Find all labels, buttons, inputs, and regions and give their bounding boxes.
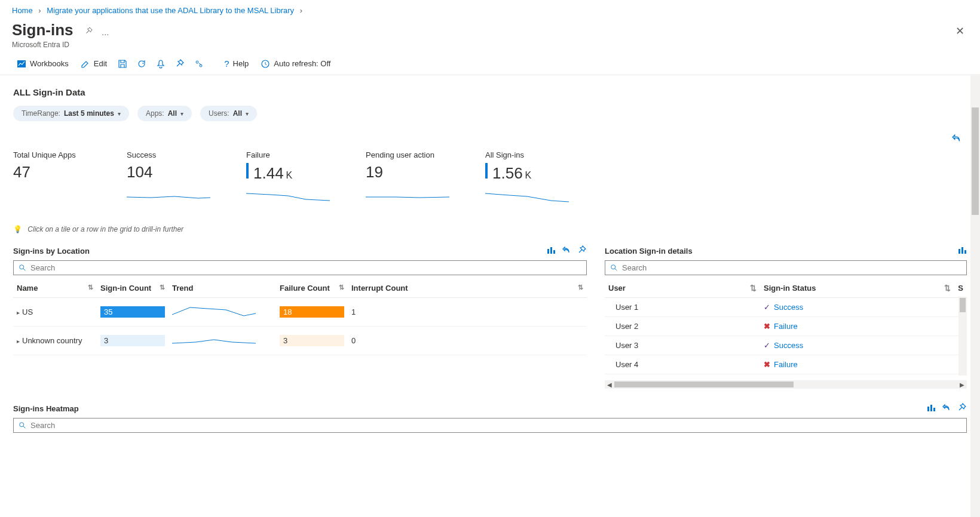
- details-search-input[interactable]: [622, 263, 961, 272]
- scrollbar[interactable]: [958, 297, 967, 376]
- filter-timerange[interactable]: TimeRange: Last 5 minutes ▾: [13, 106, 129, 121]
- cell-user: User 1: [605, 298, 760, 317]
- refresh-icon[interactable]: [133, 57, 150, 71]
- tile-success[interactable]: Success 104: [127, 150, 210, 207]
- section-title: ALL Sign-in Data: [13, 87, 967, 97]
- chevron-down-icon: ▾: [180, 110, 183, 117]
- svg-rect-10: [961, 247, 963, 254]
- svg-rect-11: [964, 250, 966, 254]
- edit-button[interactable]: Edit: [76, 57, 112, 71]
- cell-status: ✓ Success: [760, 298, 954, 317]
- heatmap-search[interactable]: [13, 418, 967, 433]
- details-search[interactable]: [605, 260, 967, 275]
- svg-rect-14: [927, 407, 929, 411]
- save-icon[interactable]: [114, 57, 131, 71]
- help-button[interactable]: ? Help: [219, 56, 253, 71]
- log-analytics-icon[interactable]: [926, 403, 936, 414]
- tile-pending[interactable]: Pending user action 19: [366, 150, 449, 207]
- svg-rect-15: [930, 405, 932, 411]
- cell-fail: 18: [280, 306, 344, 318]
- chevron-right-icon: ›: [300, 6, 302, 15]
- more-icon[interactable]: …: [102, 28, 111, 37]
- close-icon[interactable]: ✕: [952, 21, 968, 41]
- expand-icon[interactable]: ▸: [17, 338, 20, 344]
- table-row[interactable]: User 3✓ Success: [605, 336, 967, 355]
- col-signin[interactable]: Sign-in Count⇅: [97, 279, 169, 298]
- tile-unique-apps[interactable]: Total Unique Apps 47: [13, 150, 91, 207]
- undo-icon[interactable]: [942, 403, 951, 414]
- cell-interrupt: 1: [348, 298, 587, 327]
- log-analytics-icon[interactable]: [546, 245, 556, 257]
- autorefresh-button[interactable]: Auto refresh: Off: [256, 57, 335, 71]
- table-row[interactable]: ▸US 35 18 1: [13, 298, 587, 327]
- breadcrumb: Home › Migrate your applications that us…: [0, 0, 980, 21]
- svg-rect-4: [547, 249, 549, 254]
- col-name[interactable]: Name⇅: [13, 279, 97, 298]
- details-table-wrap: User⇅ Sign-in Status⇅ S User 1✓ SuccessU…: [605, 279, 967, 380]
- table-row[interactable]: User 2✖ Failure: [605, 317, 967, 336]
- page-scrollbar-thumb[interactable]: [972, 107, 979, 215]
- pin-icon[interactable]: [577, 245, 587, 257]
- tile-failure[interactable]: Failure 1.44K: [246, 150, 330, 207]
- alert-icon[interactable]: [152, 57, 169, 71]
- tile-value: 47: [13, 163, 30, 181]
- page-subtitle: Microsoft Entra ID: [12, 41, 111, 49]
- pin-icon[interactable]: [957, 403, 967, 414]
- undo-icon[interactable]: [951, 133, 962, 146]
- autorefresh-label: Auto refresh: Off: [274, 59, 330, 68]
- details-panel-title: Location Sign-in details: [605, 247, 693, 256]
- workbooks-button[interactable]: Workbooks: [12, 57, 74, 71]
- svg-line-13: [615, 268, 617, 270]
- col-extra[interactable]: S: [954, 279, 967, 298]
- col-status[interactable]: Sign-in Status⇅: [760, 279, 954, 298]
- tile-label: Failure: [246, 150, 330, 159]
- cell-name: Unknown country: [22, 336, 82, 345]
- col-interrupt[interactable]: Interrupt Count⇅: [348, 279, 587, 298]
- filter-users[interactable]: Users: All ▾: [200, 106, 257, 121]
- tile-unit: K: [286, 170, 293, 181]
- svg-rect-5: [550, 247, 552, 254]
- log-analytics-icon[interactable]: [957, 245, 967, 257]
- tile-value: 1.44: [253, 164, 284, 183]
- breadcrumb-mid[interactable]: Migrate your applications that use the A…: [47, 6, 294, 15]
- undo-icon[interactable]: [562, 245, 571, 257]
- tile-label: Total Unique Apps: [13, 150, 91, 159]
- cell-status: ✓ Success: [760, 336, 954, 355]
- sparkline-icon: [127, 186, 210, 204]
- location-panel-title: Sign-ins by Location: [13, 247, 90, 256]
- sparkline-icon: [485, 187, 569, 205]
- tile-value: 1.56: [492, 164, 523, 183]
- col-trend[interactable]: Trend: [169, 279, 276, 298]
- chevron-right-icon: ›: [38, 6, 41, 15]
- accent-bar: [485, 163, 488, 179]
- pin-toolbar-icon[interactable]: [172, 57, 188, 71]
- expand-icon[interactable]: ▸: [17, 309, 20, 316]
- horizontal-scrollbar[interactable]: ◀ ▶: [605, 380, 967, 389]
- col-fail[interactable]: Failure Count⇅: [276, 279, 348, 298]
- location-search[interactable]: [13, 260, 587, 275]
- heatmap-search-input[interactable]: [30, 421, 961, 430]
- cell-trend: [169, 327, 276, 355]
- col-user[interactable]: User⇅: [605, 279, 760, 298]
- table-row[interactable]: ▸Unknown country 3 3 0: [13, 327, 587, 355]
- tile-all-signins[interactable]: All Sign-ins 1.56K: [485, 150, 569, 207]
- tile-label: All Sign-ins: [485, 150, 569, 159]
- scroll-left-icon[interactable]: ◀: [605, 380, 614, 389]
- location-search-input[interactable]: [30, 263, 581, 272]
- table-row[interactable]: User 4✖ Failure: [605, 355, 967, 374]
- check-icon: ✓: [764, 341, 770, 350]
- cell-fail: 3: [280, 335, 344, 346]
- workbooks-label: Workbooks: [30, 59, 69, 68]
- tile-unit: K: [525, 170, 532, 181]
- scroll-right-icon[interactable]: ▶: [957, 380, 967, 389]
- breadcrumb-home[interactable]: Home: [12, 6, 33, 15]
- table-row[interactable]: User 5✖ Failure: [605, 374, 967, 381]
- search-icon: [19, 421, 27, 430]
- share-icon[interactable]: [191, 57, 207, 71]
- cell-user: User 4: [605, 355, 760, 374]
- filter-apps[interactable]: Apps: All ▾: [137, 106, 192, 121]
- pin-icon[interactable]: [85, 27, 93, 37]
- tile-value: 104: [127, 163, 152, 181]
- filter-apps-key: Apps:: [146, 109, 164, 118]
- table-row[interactable]: User 1✓ Success: [605, 298, 967, 317]
